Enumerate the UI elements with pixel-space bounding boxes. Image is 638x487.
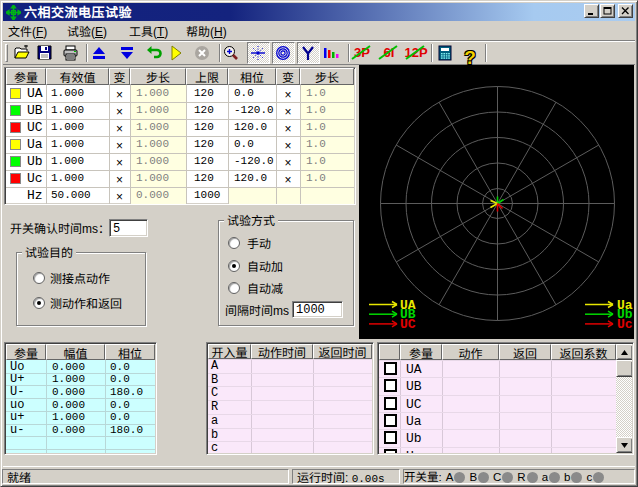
svg-text:Uc: Uc [617, 317, 633, 332]
svg-text:UC: UC [400, 317, 416, 332]
